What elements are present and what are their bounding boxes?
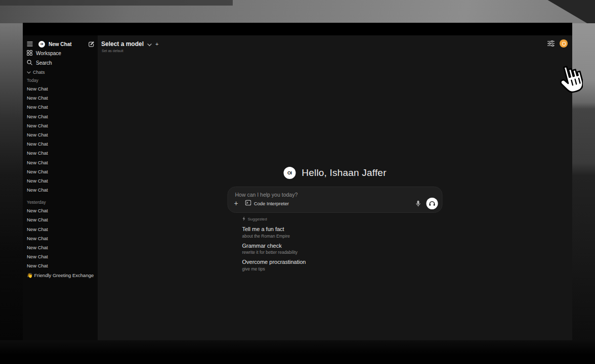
chat-item[interactable]: New Chat [27, 261, 95, 270]
bolt-icon [242, 216, 246, 222]
app-logo-icon: OI [283, 167, 295, 179]
new-chat-icon[interactable] [88, 41, 95, 48]
message-composer[interactable]: How can I help you today? + Code Interpr… [228, 187, 443, 213]
suggestion-subtitle: rewrite it for better readability [242, 250, 443, 255]
avatar-image [562, 42, 566, 46]
model-selector[interactable]: Select a model + [101, 39, 158, 49]
search-label: Search [36, 60, 52, 66]
chat-item[interactable]: New Chat [27, 158, 95, 167]
voice-mode-button[interactable] [427, 198, 438, 209]
code-interpreter-label: Code Interpreter [254, 201, 289, 206]
sidebar: OI New Chat Workspace Searc [23, 35, 98, 340]
mic-icon[interactable] [416, 200, 421, 207]
suggested-label: Suggested [248, 217, 267, 221]
sidebar-header: OI New Chat [27, 39, 95, 49]
composer-toolbar: + Code Interpreter [234, 197, 438, 209]
chat-item[interactable]: New Chat [27, 84, 95, 94]
suggestion-item[interactable]: Grammar check rewrite it for better read… [242, 243, 443, 255]
greeting-text: Hello, Ishaan Jaffer [302, 167, 386, 178]
chat-item[interactable]: New Chat [27, 94, 95, 103]
sidebar-item-workspace[interactable]: Workspace [27, 49, 95, 58]
welcome-panel: OI Hello, Ishaan Jaffer How can I help y… [228, 166, 443, 271]
code-interpreter-toggle[interactable]: Code Interpreter [245, 200, 289, 207]
chat-item[interactable]: New Chat [27, 130, 95, 140]
chevron-down-icon [27, 70, 31, 75]
wallpaper-shape [0, 340, 595, 364]
set-default-link[interactable]: Set as default [102, 49, 123, 53]
chat-item[interactable]: New Chat [27, 140, 95, 149]
search-icon [27, 60, 32, 66]
chat-section-label: Yesterday [27, 199, 95, 205]
chevron-down-icon[interactable] [147, 39, 152, 49]
chat-list: TodayNew ChatNew ChatNew ChatNew ChatNew… [27, 77, 95, 280]
workspace-label: Workspace [36, 51, 61, 56]
sidebar-toggle-icon[interactable] [27, 41, 33, 47]
chat-item[interactable]: New Chat [27, 225, 95, 234]
greeting-row: OI Hello, Ishaan Jaffer [228, 166, 443, 180]
suggestions-panel: Suggested Tell me a fun fact about the R… [228, 216, 443, 271]
chats-section-toggle[interactable]: Chats [27, 69, 95, 76]
chat-item[interactable]: New Chat [27, 176, 95, 186]
chat-item[interactable]: New Chat [27, 215, 95, 224]
attach-icon[interactable]: + [234, 200, 238, 207]
suggestion-title: Tell me a fun fact [242, 226, 443, 232]
main-area: Select a model + Set as default [98, 35, 572, 340]
suggestion-item[interactable]: Tell me a fun fact about the Roman Empir… [242, 226, 443, 239]
sidebar-item-search[interactable]: Search [27, 58, 95, 68]
chat-item[interactable]: New Chat [27, 103, 95, 112]
add-model-icon[interactable]: + [155, 41, 158, 47]
wallpaper-shape [572, 23, 595, 341]
window-chrome [23, 23, 572, 35]
suggestion-subtitle: give me tips [242, 266, 443, 271]
chat-item[interactable]: New Chat [27, 234, 95, 243]
chat-item[interactable]: New Chat [27, 252, 95, 261]
headphones-icon [429, 201, 436, 206]
sidebar-title: New Chat [49, 41, 88, 47]
header-actions [547, 39, 568, 48]
suggestion-subtitle: about the Roman Empire [242, 234, 443, 239]
workspace-icon [27, 50, 32, 57]
chat-item[interactable]: New Chat [27, 121, 95, 130]
app-window: OI New Chat Workspace Searc [23, 23, 572, 340]
controls-icon[interactable] [547, 40, 555, 47]
chat-item[interactable]: New Chat [27, 186, 95, 195]
chat-item[interactable]: New Chat [27, 206, 95, 215]
chats-label: Chats [33, 70, 45, 75]
wallpaper-shape [0, 23, 23, 341]
user-avatar[interactable] [560, 39, 568, 48]
chat-item[interactable]: New Chat [27, 167, 95, 176]
suggestion-item[interactable]: Overcome procrastination give me tips [242, 259, 443, 271]
app-logo-icon: OI [38, 41, 45, 48]
model-selector-label: Select a model [101, 40, 144, 48]
suggested-header: Suggested [242, 216, 443, 222]
wallpaper-shape [0, 0, 233, 6]
chat-item[interactable]: New Chat [27, 112, 95, 121]
suggestion-title: Overcome procrastination [242, 259, 443, 265]
suggestion-title: Grammar check [242, 243, 443, 249]
code-interpreter-icon [245, 200, 251, 207]
chat-item[interactable]: 👋 Friendly Greeting Exchange [27, 271, 95, 280]
chat-section-label: Today [27, 77, 95, 83]
chat-item[interactable]: New Chat [27, 243, 95, 252]
chat-item[interactable]: New Chat [27, 149, 95, 158]
screen: OI New Chat Workspace Searc [0, 0, 595, 364]
